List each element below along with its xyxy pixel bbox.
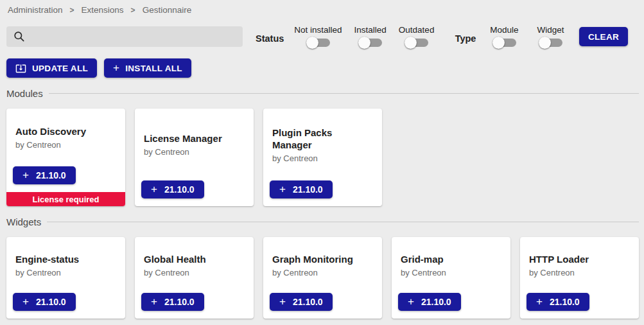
module-toggle[interactable]	[492, 37, 516, 49]
install-all-button[interactable]: + INSTALL ALL	[104, 58, 191, 78]
extension-author: by Centreon	[401, 268, 501, 277]
search-input[interactable]	[32, 31, 236, 42]
outdated-toggle[interactable]	[405, 37, 428, 49]
status-filter-label: Status	[256, 30, 284, 44]
install-version-button[interactable]: + 21.10.0	[141, 293, 204, 311]
extension-card-http-loader: HTTP Loader by Centreon + 21.10.0	[520, 237, 639, 319]
type-filter-label: Type	[455, 30, 476, 44]
install-version-button[interactable]: + 21.10.0	[141, 180, 204, 198]
version-label: 21.10.0	[36, 297, 66, 307]
chevron-right-icon: >	[131, 6, 135, 15]
extension-author: by Centreon	[272, 154, 373, 163]
card-body: Auto Discovery by Centreon	[6, 109, 125, 166]
install-version-button[interactable]: + 21.10.0	[270, 293, 333, 311]
widget-toggle[interactable]	[539, 37, 562, 49]
toggle-thumb	[539, 37, 551, 49]
install-version-button[interactable]: + 21.10.0	[270, 180, 333, 198]
plus-icon: +	[536, 296, 543, 307]
filter-bar: Status Not installed Installed Outdated …	[6, 26, 638, 48]
extension-title: HTTP Loader	[529, 253, 630, 265]
version-label: 21.10.0	[421, 297, 451, 307]
toggle-thumb	[405, 37, 417, 49]
version-label: 21.10.0	[36, 170, 66, 180]
extension-author: by Centreon	[272, 268, 373, 277]
breadcrumb-item-extensions[interactable]: Extensions	[82, 5, 124, 15]
section-divider	[47, 222, 639, 222]
extension-author: by Centreon	[15, 140, 116, 150]
version-label: 21.10.0	[164, 297, 195, 307]
filter-toggle-module: Module	[486, 25, 522, 49]
plus-icon: +	[113, 62, 119, 73]
extension-title: Plugin Packs Manager	[272, 127, 373, 151]
version-label: 21.10.0	[293, 297, 323, 307]
install-version-button[interactable]: + 21.10.0	[13, 293, 76, 311]
plus-icon: +	[22, 296, 29, 307]
update-all-label: UPDATE ALL	[32, 64, 88, 73]
plus-icon: +	[151, 296, 157, 307]
card-actions: + 21.10.0	[135, 180, 254, 206]
clear-button[interactable]: CLEAR	[579, 27, 628, 46]
extension-card-plugin-packs-manager: Plugin Packs Manager by Centreon + 21.10…	[263, 109, 382, 206]
not-installed-toggle[interactable]	[306, 37, 330, 49]
version-label: 21.10.0	[550, 297, 580, 307]
widgets-section-header: Widgets	[6, 216, 639, 227]
toggle-label: Outdated	[399, 25, 435, 35]
search-icon	[13, 30, 26, 43]
extension-author: by Centreon	[15, 268, 116, 277]
extension-card-graph-monitoring: Graph Monitoring by Centreon + 21.10.0	[263, 237, 382, 319]
card-body: Global Health by Centreon	[135, 237, 254, 293]
card-actions: + 21.10.0	[135, 293, 254, 319]
install-version-button[interactable]: + 21.10.0	[398, 293, 461, 311]
plus-icon: +	[22, 170, 29, 180]
card-body: HTTP Loader by Centreon	[520, 237, 639, 293]
widgets-card-grid: Engine-status by Centreon + 21.10.0 Glob…	[6, 237, 644, 319]
install-version-button[interactable]: + 21.10.0	[527, 293, 589, 311]
download-tray-icon	[15, 63, 26, 74]
card-actions: + 21.10.0	[6, 166, 125, 192]
toggle-label: Installed	[354, 25, 386, 35]
extension-card-engine-status: Engine-status by Centreon + 21.10.0	[6, 237, 125, 319]
filter-toggle-not-installed: Not installed	[294, 25, 342, 49]
extension-card-global-health: Global Health by Centreon + 21.10.0	[135, 237, 254, 319]
plus-icon: +	[408, 296, 414, 307]
plus-icon: +	[279, 184, 286, 195]
extension-card-auto-discovery: Auto Discovery by Centreon + 21.10.0 Lic…	[6, 109, 125, 206]
install-all-label: INSTALL ALL	[125, 64, 182, 73]
card-actions: + 21.10.0	[263, 180, 382, 206]
filter-toggle-widget: Widget	[532, 25, 568, 49]
extension-card-license-manager: License Manager by Centreon + 21.10.0	[135, 109, 254, 206]
filter-toggle-installed: Installed	[352, 25, 388, 49]
modules-card-grid: Auto Discovery by Centreon + 21.10.0 Lic…	[6, 109, 644, 206]
license-required-badge: License required	[6, 192, 125, 206]
modules-section-title: Modules	[6, 88, 43, 99]
section-divider	[49, 93, 639, 94]
breadcrumb: Administration > Extensions > Gestionnai…	[0, 0, 644, 15]
extension-title: Auto Discovery	[15, 125, 116, 137]
extension-title: Grid-map	[401, 253, 501, 265]
version-label: 21.10.0	[164, 184, 195, 195]
extension-author: by Centreon	[144, 147, 245, 157]
card-body: Graph Monitoring by Centreon	[263, 237, 382, 293]
action-row: UPDATE ALL + INSTALL ALL	[6, 58, 638, 78]
toggle-thumb	[492, 37, 505, 49]
toggle-label: Not installed	[294, 25, 342, 35]
search-box[interactable]	[6, 26, 243, 47]
widgets-section-title: Widgets	[6, 216, 41, 227]
install-version-button[interactable]: + 21.10.0	[13, 166, 76, 184]
toggle-label: Widget	[537, 25, 564, 35]
installed-toggle[interactable]	[358, 37, 382, 49]
toggle-thumb	[358, 37, 370, 49]
update-all-button[interactable]: UPDATE ALL	[6, 58, 97, 78]
card-actions: + 21.10.0	[392, 293, 510, 319]
modules-section-header: Modules	[6, 88, 639, 99]
extension-card-grid-map: Grid-map by Centreon + 21.10.0	[392, 237, 510, 319]
breadcrumb-item-administration[interactable]: Administration	[8, 5, 63, 15]
card-body: Plugin Packs Manager by Centreon	[263, 109, 382, 180]
toggle-thumb	[306, 37, 318, 49]
extension-author: by Centreon	[144, 268, 245, 277]
plus-icon: +	[151, 184, 157, 195]
filter-toggle-outdated: Outdated	[399, 25, 435, 49]
extension-author: by Centreon	[529, 268, 630, 277]
extension-title: License Manager	[144, 132, 245, 145]
breadcrumb-item-gestionnaire: Gestionnaire	[143, 5, 192, 15]
